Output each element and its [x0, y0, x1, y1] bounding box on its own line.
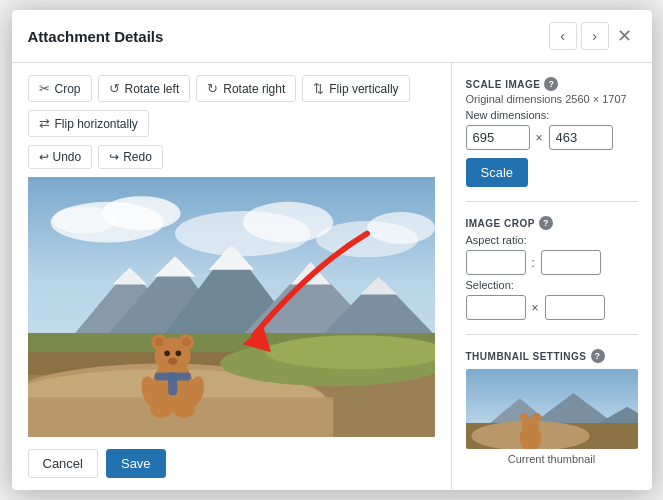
height-input[interactable] [549, 125, 613, 150]
scale-image-section: SCALE IMAGE ? Original dimensions 2560 ×… [466, 77, 638, 187]
selection-row: × [466, 295, 638, 320]
selection-label: Selection: [466, 279, 638, 291]
crop-help-icon[interactable]: ? [539, 216, 553, 230]
aspect-width-input[interactable] [466, 250, 526, 275]
scale-help-icon[interactable]: ? [544, 77, 558, 91]
divider-2 [466, 334, 638, 335]
undo-redo-row: ↩ Undo ↪ Redo [28, 145, 435, 169]
undo-icon: ↩ [39, 150, 49, 164]
redo-label: Redo [123, 150, 152, 164]
rotate-right-label: Rotate right [223, 82, 285, 96]
flip-vertically-button[interactable]: ⇅ Flip vertically [302, 75, 409, 102]
crop-button[interactable]: ✂ Crop [28, 75, 92, 102]
ratio-separator: : [532, 256, 535, 270]
divider-1 [466, 201, 638, 202]
thumbnail-settings-title: THUMBNAIL SETTINGS ? [466, 349, 638, 363]
new-dimensions-label: New dimensions: [466, 109, 638, 121]
image-canvas-area [28, 177, 435, 437]
thumbnail-settings-section: THUMBNAIL SETTINGS ? [466, 349, 638, 465]
image-svg [28, 177, 435, 437]
save-button[interactable]: Save [106, 449, 166, 478]
crop-icon: ✂ [39, 81, 50, 96]
modal-title: Attachment Details [28, 28, 164, 45]
attachment-details-modal: Attachment Details ‹ › ✕ ✂ Crop [12, 10, 652, 490]
redo-button[interactable]: ↪ Redo [98, 145, 163, 169]
editor-panel: ✂ Crop ↺ Rotate left ↻ Rotate right ⇅ Fl… [12, 63, 452, 490]
settings-panel: SCALE IMAGE ? Original dimensions 2560 ×… [452, 63, 652, 490]
rotate-right-button[interactable]: ↻ Rotate right [196, 75, 296, 102]
scale-image-title: SCALE IMAGE ? [466, 77, 638, 91]
svg-point-40 [172, 400, 195, 418]
chevron-left-icon: ‹ [560, 28, 565, 44]
image-crop-title: IMAGE CROP ? [466, 216, 638, 230]
next-button[interactable]: › [581, 22, 609, 50]
flip-v-icon: ⇅ [313, 81, 324, 96]
aspect-ratio-row: : [466, 250, 638, 275]
svg-point-51 [532, 413, 541, 422]
toolbar-row-1: ✂ Crop ↺ Rotate left ↻ Rotate right ⇅ Fl… [28, 75, 435, 102]
svg-point-39 [150, 400, 173, 418]
aspect-ratio-label: Aspect ratio: [466, 234, 638, 246]
scale-button[interactable]: Scale [466, 158, 529, 187]
svg-point-31 [181, 338, 190, 347]
rotate-left-icon: ↺ [109, 81, 120, 96]
redo-icon: ↪ [109, 150, 119, 164]
close-button[interactable]: ✕ [613, 23, 636, 49]
rotate-left-label: Rotate left [125, 82, 180, 96]
undo-label: Undo [53, 150, 82, 164]
svg-point-29 [154, 338, 163, 347]
chevron-right-icon: › [592, 28, 597, 44]
modal-header: Attachment Details ‹ › ✕ [12, 10, 652, 63]
width-input[interactable] [466, 125, 530, 150]
image-crop-section: IMAGE CROP ? Aspect ratio: : Selection: … [466, 216, 638, 320]
rotate-left-button[interactable]: ↺ Rotate left [98, 75, 191, 102]
toolbar-row-2: ⇄ Flip horizontally [28, 110, 435, 137]
flip-horizontally-label: Flip horizontally [55, 117, 138, 131]
svg-rect-36 [168, 373, 177, 396]
svg-point-50 [519, 413, 528, 422]
svg-point-33 [175, 351, 181, 357]
flip-vertically-label: Flip vertically [329, 82, 398, 96]
selection-width-input[interactable] [466, 295, 526, 320]
flip-h-icon: ⇄ [39, 116, 50, 131]
svg-point-7 [367, 212, 435, 244]
selection-height-input[interactable] [545, 295, 605, 320]
close-icon: ✕ [617, 26, 632, 46]
thumbnail-caption: Current thumbnail [466, 453, 638, 465]
aspect-height-input[interactable] [541, 250, 601, 275]
cancel-button[interactable]: Cancel [28, 449, 98, 478]
svg-point-32 [164, 351, 170, 357]
modal-navigation: ‹ › ✕ [549, 22, 636, 50]
dimension-separator: × [536, 131, 543, 145]
svg-point-34 [168, 358, 177, 365]
svg-point-3 [52, 206, 115, 233]
undo-button[interactable]: ↩ Undo [28, 145, 93, 169]
thumbnail-help-icon[interactable]: ? [591, 349, 605, 363]
flip-horizontally-button[interactable]: ⇄ Flip horizontally [28, 110, 149, 137]
prev-button[interactable]: ‹ [549, 22, 577, 50]
thumbnail-preview [466, 369, 638, 449]
footer-row: Cancel Save [28, 445, 435, 478]
modal-body: ✂ Crop ↺ Rotate left ↻ Rotate right ⇅ Fl… [12, 63, 652, 490]
dimensions-row: × [466, 125, 638, 150]
selection-separator: × [532, 301, 539, 315]
original-dimensions: Original dimensions 2560 × 1707 [466, 93, 638, 105]
rotate-right-icon: ↻ [207, 81, 218, 96]
crop-label: Crop [55, 82, 81, 96]
